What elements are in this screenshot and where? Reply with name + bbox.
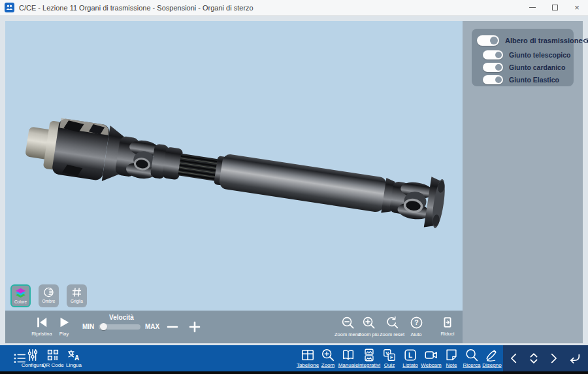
nav-previous-button[interactable] (506, 351, 522, 366)
nav-next-button[interactable] (546, 351, 561, 366)
reduce-label: Riduci (434, 331, 461, 337)
layer-row-giunto-elastico: Giunto Elastico (477, 73, 568, 86)
toggle-giunto-elastico[interactable] (483, 75, 503, 84)
zoom-in-icon (362, 316, 376, 330)
toggle-giunto-telescopico[interactable] (483, 50, 503, 60)
minimize-button[interactable] (521, 0, 544, 15)
images-stack-icon (362, 348, 376, 362)
magnifier-plus-icon (321, 348, 335, 362)
skip-to-start-icon (35, 316, 48, 329)
chevrons-up-down-icon (527, 351, 541, 366)
board-icon (301, 348, 315, 362)
disegno-label: Disegno (479, 362, 505, 368)
play-button[interactable]: Play (51, 316, 77, 337)
3d-viewport[interactable]: Colore Ombre (5, 21, 463, 311)
pen-drawing-icon (485, 348, 499, 362)
colore-button[interactable]: Colore (10, 284, 31, 307)
reduce-exit-icon (441, 316, 454, 329)
reduce-button[interactable]: Riduci (434, 316, 461, 337)
close-button[interactable]: × (566, 0, 588, 15)
toggle-knob (490, 37, 498, 44)
bottom-strip (0, 371, 588, 374)
svg-text:?: ? (414, 318, 418, 326)
maximize-button[interactable] (544, 0, 566, 15)
playback-controlbar: Ripristina Play Velocità MIN MAX (5, 311, 463, 343)
zoom-reset-button[interactable]: Zoom reset (378, 316, 406, 337)
zoom-reset-icon (385, 316, 399, 330)
speed-decrease-button[interactable] (164, 318, 181, 335)
svg-text:F: F (390, 354, 393, 360)
svg-text:A: A (74, 354, 80, 362)
main-toolbar: Configura QR Code A Lingua (0, 345, 588, 371)
minus-icon (167, 321, 178, 333)
play-icon (57, 316, 71, 329)
return-arrow-icon (567, 351, 581, 366)
toggle-knob (495, 76, 502, 83)
colore-label: Colore (14, 299, 27, 304)
note-page-icon (444, 348, 459, 362)
disegno-button[interactable]: Disegno (479, 348, 505, 368)
griglia-button[interactable]: Griglia (67, 284, 87, 307)
ombre-button[interactable]: Ombre (39, 284, 59, 307)
nav-scroll-button[interactable] (526, 351, 542, 366)
griglia-label: Griglia (71, 299, 83, 303)
minimize-icon (529, 7, 536, 8)
layer-label: Giunto telescopico (509, 51, 571, 59)
chevron-right-icon (546, 351, 561, 366)
help-label: Aiuto (403, 332, 429, 337)
maximize-icon (552, 5, 558, 10)
qr-code-icon (46, 348, 60, 362)
speed-slider-group: MIN MAX (78, 322, 165, 332)
window-controls: × (521, 0, 588, 15)
driveshaft-3d-model (5, 21, 463, 311)
zoom-reset-label: Zoom reset (378, 332, 406, 337)
chevron-left-icon (507, 351, 521, 366)
plus-icon (189, 321, 201, 333)
speed-increase-button[interactable] (186, 318, 203, 335)
toggle-knob (495, 64, 502, 71)
ombre-label: Ombre (42, 299, 56, 303)
svg-text:L: L (408, 352, 412, 359)
window-title: C/CE - Lezione 11 Organi di trasmissione… (19, 4, 253, 12)
translate-icon: A (67, 348, 81, 362)
max-label: MAX (145, 323, 159, 330)
shading-sphere-icon (42, 286, 55, 298)
listing-l-icon: L (403, 348, 417, 362)
app-logo-icon (5, 3, 14, 12)
layer-label: Giunto cardanico (509, 63, 565, 71)
lingua-button[interactable]: A Lingua (61, 348, 86, 368)
visibility-eye-icon[interactable] (583, 37, 588, 44)
layers-panel: Albero di trasmissione Giunto telescopic… (472, 29, 574, 86)
toggle-knob (495, 52, 502, 58)
video-camera-icon (424, 348, 438, 362)
speed-slider[interactable] (99, 324, 140, 330)
app-window: C/CE - Lezione 11 Organi di trasmissione… (0, 0, 588, 374)
lingua-label: Lingua (61, 362, 86, 368)
speed-slider-knob[interactable] (100, 323, 107, 330)
help-icon: ? (410, 316, 423, 330)
help-button[interactable]: ? Aiuto (403, 316, 429, 337)
layer-label: Albero di trasmissione (505, 37, 583, 44)
min-label: MIN (82, 323, 94, 330)
true-false-quiz-icon: V F (382, 348, 397, 362)
layer-row-giunto-cardanico: Giunto cardanico (477, 61, 568, 73)
layer-row-albero-di-trasmissione: Albero di trasmissione (477, 33, 568, 48)
layer-label: Giunto Elastico (509, 76, 559, 84)
zoom-out-icon (341, 316, 355, 330)
return-back-button[interactable] (566, 351, 583, 366)
layer-row-giunto-telescopico: Giunto telescopico (477, 48, 568, 61)
search-icon (465, 348, 479, 362)
close-icon: × (574, 3, 580, 12)
toggle-albero-di-trasmissione[interactable] (477, 35, 499, 46)
grid-icon (71, 286, 83, 298)
play-label: Play (51, 331, 77, 337)
speed-title: Velocità (78, 314, 165, 321)
color-layers-icon (14, 287, 27, 299)
view-options: Colore Ombre (10, 284, 87, 307)
sliders-icon (25, 348, 40, 362)
toggle-giunto-cardanico[interactable] (483, 63, 503, 72)
layers-sidebar: Albero di trasmissione Giunto telescopic… (463, 21, 583, 343)
titlebar: C/CE - Lezione 11 Organi di trasmissione… (0, 0, 588, 16)
